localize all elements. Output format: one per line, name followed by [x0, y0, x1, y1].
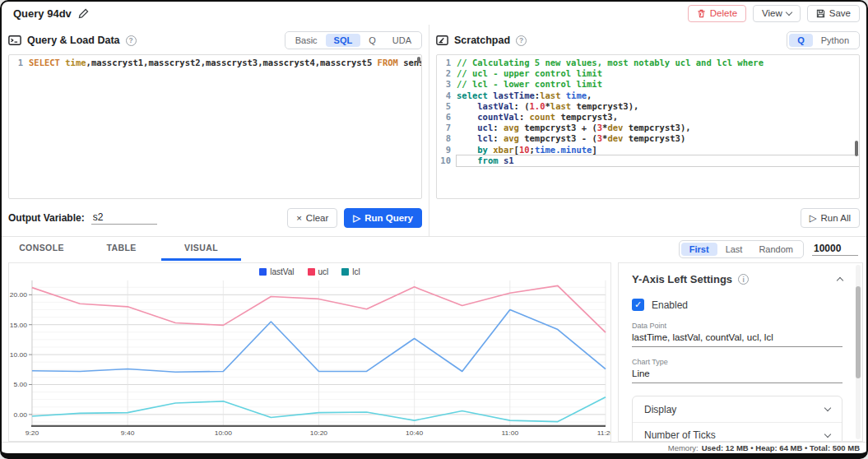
sample-random[interactable]: Random [750, 243, 801, 256]
line-number: 9 [437, 145, 457, 155]
legend-item-lcl[interactable]: lcl [341, 267, 360, 276]
tab-q[interactable]: Q [360, 34, 384, 47]
svg-text:15.00: 15.00 [10, 321, 28, 329]
code-line-9[interactable]: 9 by xbar[10;time.minute] [437, 145, 859, 155]
chevron-down-icon [824, 405, 831, 411]
view-button[interactable]: View [753, 5, 801, 22]
save-button[interactable]: Save [807, 5, 860, 22]
y-axis-settings-panel: Y-Axis Left Settings i ✓ Enabled Data Po… [618, 262, 863, 442]
run-all-button[interactable]: ▷ Run All [801, 208, 860, 228]
delete-button[interactable]: Delete [688, 5, 746, 22]
code-line-1[interactable]: 1SELECT time,masscryst1,masscryst2,massc… [9, 58, 421, 68]
line-number: 1 [437, 58, 457, 68]
code-line-8[interactable]: 8 lcl: avg tempcryst3 - (3*dev tempcryst… [437, 133, 859, 144]
clear-button[interactable]: × Clear [287, 208, 337, 228]
query-language-tabs: BasicSQLQUDA [285, 31, 422, 49]
code-text: countVal: count tempcryst3, [457, 112, 859, 123]
svg-text:20.00: 20.00 [10, 290, 28, 299]
run-query-button[interactable]: ▷ Run Query [344, 208, 422, 228]
code-line-2[interactable]: 2// ucl - upper control limit [437, 68, 859, 79]
accordion-display[interactable]: Display [633, 396, 842, 422]
memory-label: Memory: [668, 443, 699, 452]
page-title: Query 94dv [13, 7, 72, 20]
line-number: 1 [9, 58, 29, 68]
line-number: 5 [437, 101, 457, 112]
code-line-5[interactable]: 5 lastVal: (1.0*last tempcryst3), [437, 101, 859, 112]
field-value: Line [632, 369, 842, 378]
info-icon[interactable]: i [738, 274, 749, 285]
scratchpad-panel-footer: ▷ Run All [436, 199, 860, 236]
tab-visual[interactable]: VISUAL [161, 237, 241, 261]
query-panel-footer: Output Variable: × Clear ▷ Run Query [8, 199, 422, 236]
scratchpad-editor[interactable]: 1// Calculating 5 new values, most notab… [436, 54, 860, 199]
settings-scrollbar-track[interactable] [856, 265, 861, 439]
legend-label: lastVal [270, 267, 294, 276]
code-text: lcl: avg tempcryst3 - (3*dev tempcryst3) [457, 133, 859, 144]
save-icon [816, 9, 825, 18]
sample-last[interactable]: Last [717, 243, 751, 256]
line-chart[interactable]: 0.005.0010.0015.0020.009:209:4010:0010:2… [9, 278, 610, 441]
help-icon[interactable]: ? [516, 35, 527, 46]
edit-pencil-icon[interactable] [78, 8, 89, 19]
enabled-row: ✓ Enabled [632, 299, 842, 311]
app-window: Query 94dv Delete View Save [0, 0, 868, 459]
row-limit-input[interactable] [812, 242, 858, 256]
scratchpad-editor-scrollbar[interactable] [855, 141, 858, 156]
legend-item-ucl[interactable]: ucl [308, 267, 329, 276]
code-line-3[interactable]: 3// lcl - lower control limit [437, 79, 859, 90]
svg-text:9:20: 9:20 [26, 429, 39, 438]
svg-text:10.00: 10.00 [10, 350, 28, 359]
svg-text:11:00: 11:00 [502, 429, 519, 438]
code-text: // Calculating 5 new values, most notabl… [457, 58, 859, 68]
delete-button-label: Delete [710, 8, 737, 18]
play-icon: ▷ [353, 212, 360, 224]
tab-table[interactable]: TABLE [81, 237, 161, 261]
code-line-1[interactable]: 1// Calculating 5 new values, most notab… [437, 58, 859, 68]
settings-scrollbar-thumb[interactable] [856, 286, 861, 378]
settings-title: Y-Axis Left Settings [632, 273, 732, 285]
code-text: ucl: avg tempcryst3 + (3*dev tempcryst3)… [457, 123, 859, 133]
svg-text:10:40: 10:40 [406, 429, 424, 438]
svg-text:11:20: 11:20 [597, 429, 610, 438]
enabled-label: Enabled [652, 299, 688, 311]
code-text: // lcl - lower control limit [457, 79, 859, 90]
sample-first[interactable]: First [681, 243, 717, 256]
code-line-6[interactable]: 6 countVal: count tempcryst3, [437, 112, 859, 123]
field-label: Chart Type [632, 358, 842, 366]
terminal-icon [8, 35, 21, 46]
code-text: lastVal: (1.0*last tempcryst3), [457, 101, 859, 112]
help-icon[interactable]: ? [126, 35, 137, 46]
code-line-4[interactable]: 4select lastTime:last time, [437, 90, 859, 101]
legend-item-lastVal[interactable]: lastVal [259, 267, 294, 276]
results-right-controls: FirstLastRandom [679, 237, 866, 261]
scratchpad-panel-title: Scratchpad [454, 35, 510, 46]
tab-q[interactable]: Q [789, 34, 813, 47]
field-chart-type[interactable]: Chart TypeLine [632, 358, 842, 383]
code-line-7[interactable]: 7 ucl: avg tempcryst3 + (3*dev tempcryst… [437, 123, 859, 133]
tab-python[interactable]: Python [813, 34, 857, 47]
legend-label: lcl [352, 267, 360, 276]
field-data-point[interactable]: Data PointlastTime, lastVal, countVal, u… [632, 322, 842, 347]
tab-basic[interactable]: Basic [287, 34, 326, 47]
line-number: 10 [437, 155, 457, 166]
results-bar: CONSOLETABLEVISUAL FirstLastRandom [2, 236, 866, 261]
save-button-label: Save [829, 8, 851, 18]
visual-section: lastValucllcl 0.005.0010.0015.0020.009:2… [2, 261, 866, 442]
enabled-checkbox[interactable]: ✓ [632, 299, 644, 311]
tab-uda[interactable]: UDA [384, 34, 420, 47]
accordion-number-of-ticks[interactable]: Number of Ticks [633, 422, 842, 442]
tab-sql[interactable]: SQL [326, 34, 361, 47]
code-text: // ucl - upper control limit [457, 68, 859, 79]
code-line-10[interactable]: 10 from s1 [437, 155, 859, 166]
tab-console[interactable]: CONSOLE [2, 237, 81, 261]
output-variable-input[interactable] [91, 211, 157, 225]
svg-text:10:00: 10:00 [215, 429, 233, 438]
sql-editor[interactable]: 1SELECT time,masscryst1,masscryst2,massc… [8, 54, 422, 199]
chevron-down-icon [786, 8, 792, 15]
line-number: 6 [437, 112, 457, 123]
chart-card: lastValucllcl 0.005.0010.0015.0020.009:2… [8, 262, 611, 442]
sql-editor-scrollbar[interactable] [417, 57, 420, 63]
view-button-label: View [762, 8, 782, 18]
sample-mode-tabs: FirstLastRandom [679, 240, 804, 258]
collapse-chevron-icon[interactable] [837, 277, 843, 284]
